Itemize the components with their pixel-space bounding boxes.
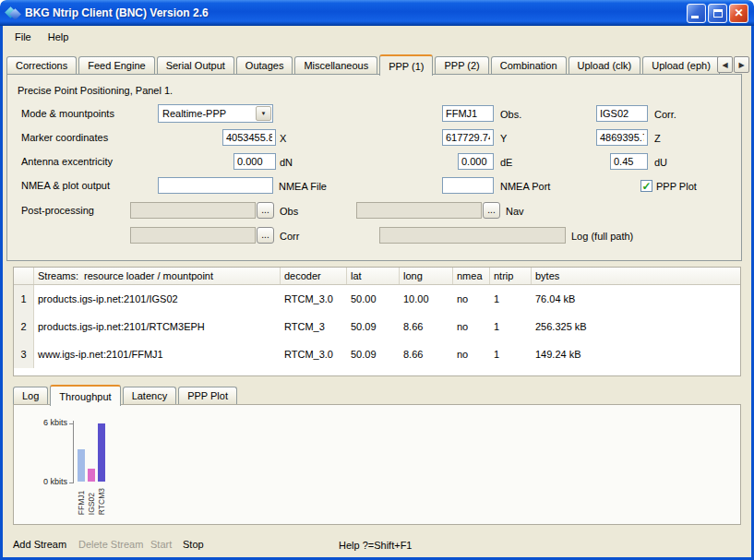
mode-dropdown[interactable]: Realtime-PPP ▼ xyxy=(158,104,273,123)
y-tick-top: 6 kbits xyxy=(18,418,67,427)
nmea-file-input[interactable] xyxy=(158,177,273,194)
y-axis xyxy=(73,421,74,483)
y-tick-bottom: 0 kbits xyxy=(18,477,67,486)
tab-log[interactable]: Log xyxy=(13,387,48,404)
tab-ppp-2[interactable]: PPP (2) xyxy=(435,56,488,74)
du-label: dU xyxy=(654,153,667,172)
obs-label: Obs. xyxy=(500,105,521,124)
triangle-right-icon: ▶ xyxy=(738,61,744,69)
cell-lat: 50.09 xyxy=(347,321,400,332)
delete-stream-button[interactable]: Delete Stream xyxy=(78,539,143,550)
row-number: 2 xyxy=(14,313,34,340)
antenna-du-input[interactable] xyxy=(610,153,648,170)
obs-mountpoint-input[interactable] xyxy=(442,105,494,122)
tab-scroll-left-button[interactable]: ◀ xyxy=(717,56,733,73)
cell-nmea: no xyxy=(453,349,490,360)
nmea-port-input[interactable] xyxy=(442,177,494,194)
table-row[interactable]: 3 www.igs-ip.net:2101/FFMJ1 RTCM_3.0 50.… xyxy=(14,340,740,368)
help-shortcut-text: Help ?=Shift+F1 xyxy=(339,540,413,551)
title-bar[interactable]: BKG Ntrip Client (BNC) Version 2.6 ✕ xyxy=(0,0,754,26)
cell-long: 8.66 xyxy=(400,349,453,360)
corr-mountpoint-input[interactable] xyxy=(596,105,648,122)
row-number: 3 xyxy=(14,340,34,368)
tab-miscellaneous[interactable]: Miscellaneous xyxy=(294,56,377,74)
minimize-button[interactable] xyxy=(687,4,706,23)
cell-long: 8.66 xyxy=(400,321,453,332)
header-corner xyxy=(14,268,34,284)
menu-file[interactable]: File xyxy=(6,28,40,46)
cell-bytes: 256.325 kB xyxy=(532,321,740,332)
close-button[interactable]: ✕ xyxy=(729,4,748,23)
corr-label: Corr. xyxy=(654,105,676,124)
nmea-port-label: NMEA Port xyxy=(500,177,550,196)
post-corr-label: Corr xyxy=(280,227,299,245)
post-processing-label: Post-processing xyxy=(21,201,94,220)
window-border-left xyxy=(0,22,3,560)
cell-decoder: RTCM_3 xyxy=(281,321,347,332)
cell-ntrip: 1 xyxy=(490,293,532,304)
tab-ppp-1[interactable]: PPP (1) xyxy=(379,54,433,76)
nmea-file-label: NMEA File xyxy=(279,177,327,196)
streams-header-label: Streams: xyxy=(38,270,78,281)
start-button[interactable]: Start xyxy=(150,539,172,550)
marker-z-input[interactable] xyxy=(596,129,648,146)
browse-corr-button[interactable]: ... xyxy=(257,227,274,244)
tab-scroll-right-button[interactable]: ▶ xyxy=(734,56,749,73)
cell-resource: products.igs-ip.net:2101/IGS02 xyxy=(34,293,281,304)
post-nav-input xyxy=(356,202,482,219)
table-row[interactable]: 1 products.igs-ip.net:2101/IGS02 RTCM_3.… xyxy=(14,285,740,313)
bar-label-ffmj1: FFMJ1 xyxy=(77,488,86,515)
chevron-down-icon[interactable]: ▼ xyxy=(256,106,271,121)
maximize-button[interactable] xyxy=(708,4,727,23)
marker-x-input[interactable] xyxy=(222,129,276,146)
cell-bytes: 149.24 kB xyxy=(532,349,740,360)
header-nmea: nmea xyxy=(453,268,490,284)
cell-resource: www.igs-ip.net:2101/FFMJ1 xyxy=(34,349,281,360)
maximize-icon xyxy=(713,9,723,18)
tab-serial-output[interactable]: Serial Output xyxy=(157,56,234,74)
tab-feed-engine[interactable]: Feed Engine xyxy=(78,56,154,74)
tab-ppp-plot[interactable]: PPP Plot xyxy=(178,387,237,404)
antenna-dn-input[interactable] xyxy=(233,153,276,170)
y-tickmark-bottom xyxy=(69,483,73,483)
tab-latency[interactable]: Latency xyxy=(123,387,177,404)
cell-lat: 50.09 xyxy=(347,349,400,360)
main-tab-bar: Corrections Feed Engine Serial Output Ou… xyxy=(6,54,722,74)
post-log-label: Log (full path) xyxy=(571,227,633,245)
y-label: Y xyxy=(500,129,507,148)
x-label: X xyxy=(280,129,286,148)
antenna-de-input[interactable] xyxy=(458,153,494,170)
table-row[interactable]: 2 products.igs-ip.net:2101/RTCM3EPH RTCM… xyxy=(14,313,740,340)
header-bytes: bytes xyxy=(532,268,740,284)
chart-bar-igs02 xyxy=(88,469,95,482)
cell-ntrip: 1 xyxy=(490,321,532,332)
ppp-plot-checkbox[interactable]: ✓ xyxy=(640,180,652,192)
browse-nav-button[interactable]: ... xyxy=(483,202,500,219)
add-stream-button[interactable]: Add Stream xyxy=(13,539,66,550)
row-number: 1 xyxy=(14,285,34,313)
de-label: dE xyxy=(500,153,512,172)
antenna-label: Antenna excentricity xyxy=(21,152,113,171)
bar-label-rtcm3: RTCM3 xyxy=(97,488,106,515)
menu-help[interactable]: Help xyxy=(40,28,78,46)
cell-nmea: no xyxy=(453,293,490,304)
stop-button[interactable]: Stop xyxy=(183,539,204,550)
tab-outages[interactable]: Outages xyxy=(236,56,293,74)
tab-throughput[interactable]: Throughput xyxy=(50,385,120,406)
tab-upload-eph[interactable]: Upload (eph) xyxy=(642,56,720,74)
cell-long: 10.00 xyxy=(400,293,453,304)
throughput-chart: 6 kbits 0 kbits FFMJ1 IGS02 RTCM3 xyxy=(13,404,741,525)
check-icon: ✓ xyxy=(641,182,651,191)
browse-obs-button[interactable]: ... xyxy=(257,202,274,219)
mode-label: Mode & mountpoints xyxy=(21,104,114,123)
close-icon: ✕ xyxy=(734,6,743,19)
cell-nmea: no xyxy=(453,321,490,332)
post-obs-input xyxy=(130,202,256,219)
tab-corrections[interactable]: Corrections xyxy=(6,56,77,74)
app-icon xyxy=(6,6,20,20)
cell-lat: 50.00 xyxy=(347,293,400,304)
tab-combination[interactable]: Combination xyxy=(491,56,567,74)
marker-y-input[interactable] xyxy=(442,129,494,146)
tab-upload-clk[interactable]: Upload (clk) xyxy=(568,56,641,74)
post-log-input xyxy=(379,227,566,244)
